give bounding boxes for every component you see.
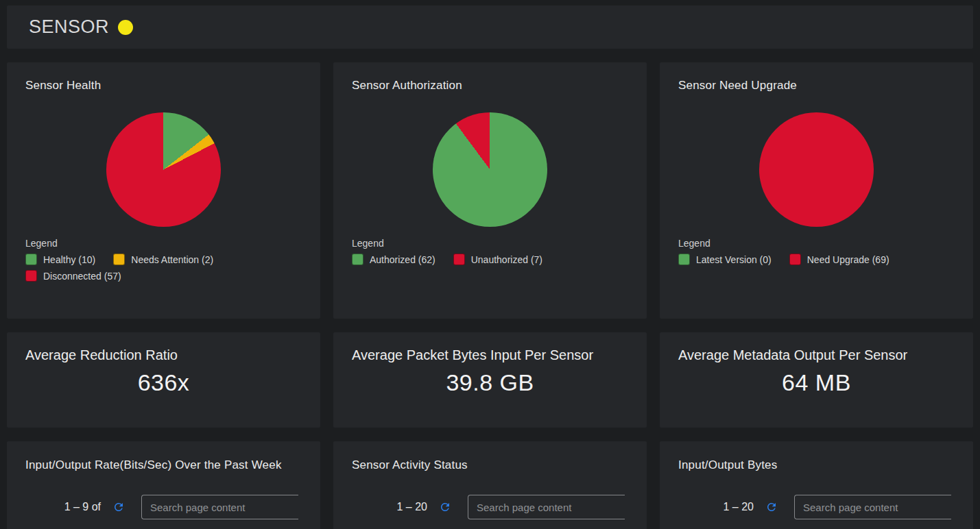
card-title: Sensor Authorization — [352, 79, 628, 93]
card-title: Input/Output Bytes — [678, 458, 955, 472]
legend-item-unauthorized[interactable]: Unauthorized (7) — [453, 254, 542, 265]
refresh-button[interactable] — [112, 501, 125, 513]
pie-charts-row: Sensor Health Legend Healthy (10) Needs … — [7, 62, 973, 319]
refresh-icon — [765, 501, 778, 513]
average-packet-bytes-input-card: Average Packet Bytes Input Per Sensor 39… — [333, 332, 647, 428]
sensor-authorization-card: Sensor Authorization Legend Authorized (… — [333, 62, 647, 319]
tables-row: Input/Output Rate(Bits/Sec) Over the Pas… — [7, 441, 973, 529]
card-title: Sensor Health — [25, 79, 302, 93]
io-rate-past-week-card: Input/Output Rate(Bits/Sec) Over the Pas… — [7, 441, 320, 529]
stat-title: Average Packet Bytes Input Per Sensor — [352, 347, 628, 363]
legend-item-label: Disconnected (57) — [43, 271, 121, 282]
table-controls: 1 – 20 — [678, 495, 955, 519]
table-controls: 1 – 20 — [352, 495, 628, 519]
legend-item-label: Latest Version (0) — [696, 254, 772, 265]
legend-swatch-icon — [453, 254, 465, 265]
refresh-button[interactable] — [439, 501, 451, 513]
pagination-range: 1 – 20 — [386, 501, 427, 513]
legend-swatch-icon — [789, 254, 801, 265]
search-input[interactable] — [141, 495, 298, 519]
legend-swatch-icon — [25, 254, 37, 265]
legend-item-need-upgrade[interactable]: Need Upgrade (69) — [789, 254, 889, 265]
chart-legend: Legend Healthy (10) Needs Attention (2) … — [25, 238, 302, 282]
page-title: SENSOR — [29, 16, 109, 38]
search-input[interactable] — [794, 495, 951, 519]
sensor-health-pie-chart[interactable] — [106, 112, 221, 227]
legend-items: Latest Version (0) Need Upgrade (69) — [678, 254, 911, 265]
card-title: Input/Output Rate(Bits/Sec) Over the Pas… — [25, 458, 302, 472]
legend-swatch-icon — [352, 254, 363, 265]
stat-value: 636x — [25, 369, 302, 396]
stat-value: 39.8 GB — [352, 369, 628, 396]
refresh-icon — [439, 501, 451, 513]
sensor-need-upgrade-pie-chart[interactable] — [759, 112, 874, 227]
card-title: Sensor Activity Status — [352, 458, 628, 472]
stat-title: Average Metadata Output Per Sensor — [678, 347, 955, 363]
pagination-range: 1 – 20 — [713, 501, 754, 513]
legend-title: Legend — [678, 238, 955, 249]
sensor-authorization-pie-chart[interactable] — [433, 112, 547, 227]
legend-item-healthy[interactable]: Healthy (10) — [25, 254, 95, 265]
sensor-need-upgrade-card: Sensor Need Upgrade Legend Latest Versio… — [660, 62, 973, 319]
io-bytes-card: Input/Output Bytes 1 – 20 — [660, 441, 973, 529]
average-reduction-ratio-card: Average Reduction Ratio 636x — [7, 332, 320, 428]
stat-title: Average Reduction Ratio — [25, 347, 302, 363]
legend-swatch-icon — [678, 254, 690, 265]
legend-title: Legend — [25, 238, 302, 249]
legend-item-needs-attention[interactable]: Needs Attention (2) — [113, 254, 213, 265]
legend-swatch-icon — [25, 270, 37, 282]
sensor-health-card: Sensor Health Legend Healthy (10) Needs … — [7, 62, 320, 319]
chart-legend: Legend Authorized (62) Unauthorized (7) — [352, 238, 628, 265]
stats-row: Average Reduction Ratio 636x Average Pac… — [7, 332, 973, 428]
sensor-activity-status-card: Sensor Activity Status 1 – 20 — [333, 441, 647, 529]
legend-swatch-icon — [113, 254, 125, 265]
pagination-range: 1 – 9 of — [60, 501, 101, 513]
refresh-button[interactable] — [765, 501, 778, 513]
card-title: Sensor Need Upgrade — [678, 79, 955, 93]
table-controls: 1 – 9 of — [25, 495, 302, 519]
legend-item-latest-version[interactable]: Latest Version (0) — [678, 254, 772, 265]
legend-item-label: Needs Attention (2) — [131, 254, 213, 265]
refresh-icon — [112, 501, 125, 513]
legend-item-authorized[interactable]: Authorized (62) — [352, 254, 435, 265]
average-metadata-output-card: Average Metadata Output Per Sensor 64 MB — [660, 332, 973, 428]
legend-item-disconnected[interactable]: Disconnected (57) — [25, 270, 121, 282]
legend-item-label: Unauthorized (7) — [471, 254, 542, 265]
legend-title: Legend — [352, 238, 628, 249]
chart-legend: Legend Latest Version (0) Need Upgrade (… — [678, 238, 955, 265]
legend-item-label: Need Upgrade (69) — [807, 254, 889, 265]
legend-item-label: Authorized (62) — [370, 254, 435, 265]
legend-item-label: Healthy (10) — [43, 254, 95, 265]
legend-items: Authorized (62) Unauthorized (7) — [352, 254, 585, 265]
stat-value: 64 MB — [678, 369, 955, 396]
search-input[interactable] — [468, 495, 625, 519]
legend-items: Healthy (10) Needs Attention (2) Disconn… — [25, 254, 259, 282]
sensor-dashboard-page: SENSOR Sensor Health Legend Healthy (10)… — [0, 0, 980, 529]
page-header: SENSOR — [7, 5, 973, 49]
status-dot-icon — [118, 20, 133, 35]
